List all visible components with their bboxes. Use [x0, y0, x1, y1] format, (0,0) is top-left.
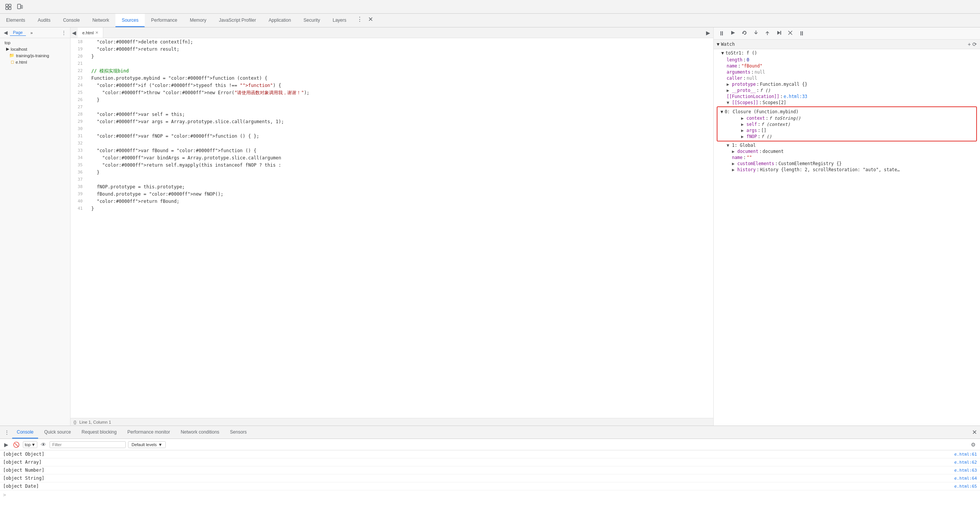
- pause-on-exception-btn[interactable]: ⏸: [797, 29, 807, 38]
- watch-add-btn[interactable]: +: [968, 41, 971, 47]
- device-toggle-btn[interactable]: [14, 2, 25, 12]
- bottom-tab-request-blocking[interactable]: Request blocking: [77, 426, 121, 439]
- prop-fn-location-key: [[FunctionLocation]]: [727, 94, 779, 99]
- tab-network[interactable]: Network: [86, 14, 115, 27]
- closure-title[interactable]: ▼ 0: Closure (Function.mybind): [717, 108, 976, 115]
- tab-layers[interactable]: Layers: [327, 14, 353, 27]
- editor-file-tab-ehtml[interactable]: e.html ✕: [78, 27, 103, 38]
- line-number: 31: [70, 132, 86, 140]
- watch-refresh-btn[interactable]: ⟳: [972, 41, 977, 47]
- global-title-text: 1: Global: [732, 143, 756, 148]
- console-context-select[interactable]: top ▼: [23, 441, 37, 448]
- bottom-tab-console[interactable]: Console: [12, 426, 38, 439]
- inspect-icon-btn[interactable]: [3, 2, 14, 12]
- tab-security[interactable]: Security: [298, 14, 327, 27]
- tab-application[interactable]: Application: [263, 14, 298, 27]
- table-row: 35 "color:#0000ff">return self.myapply(t…: [70, 161, 713, 169]
- global-document[interactable]: ▶ document: document: [714, 148, 980, 154]
- console-row-link[interactable]: e.html:61: [954, 452, 977, 457]
- console-input-row: >: [0, 490, 980, 499]
- closure-args[interactable]: ▶ args: []: [717, 127, 976, 133]
- table-row: 20 }: [70, 53, 713, 60]
- watch-expand-icon[interactable]: ▼: [717, 42, 719, 47]
- sidebar-tab-more[interactable]: »: [27, 30, 36, 36]
- console-run-btn[interactable]: ▶: [3, 440, 10, 449]
- right-panel: ⏸ ⏸ ▼ Watch: [713, 27, 980, 426]
- sidebar-item-training[interactable]: 📁 training/js-training: [0, 52, 70, 59]
- console-row-link[interactable]: e.html:63: [954, 468, 977, 473]
- prop-proto[interactable]: ▶ __proto__: f (): [714, 87, 980, 93]
- console-settings-btn[interactable]: ⚙: [970, 440, 977, 449]
- step-out-btn[interactable]: [762, 29, 772, 39]
- sidebar-tab-page[interactable]: Page: [10, 29, 26, 36]
- step-over-btn[interactable]: [740, 29, 749, 39]
- bottom-tab-network-conditions[interactable]: Network conditions: [176, 426, 224, 439]
- sidebar-item-localhost[interactable]: ▶ localhost: [0, 46, 70, 52]
- line-number: 21: [70, 60, 86, 67]
- bottom-menu-btn[interactable]: ⋮: [3, 428, 11, 437]
- console-levels-btn[interactable]: Default levels ▼: [128, 441, 166, 448]
- editor-run-btn[interactable]: ▶: [703, 29, 713, 37]
- code-line-text: "color:#0000ff">return fBound;: [86, 198, 713, 205]
- step-into-btn[interactable]: [751, 29, 761, 39]
- bottom-panel-close-btn[interactable]: ✕: [969, 427, 980, 437]
- prop-scopes[interactable]: ▼ [[Scopes]]: Scopes[2]: [714, 100, 980, 106]
- global-custom-elements[interactable]: ▶ customElements: CustomElementRegistry …: [714, 161, 980, 167]
- console-input[interactable]: [8, 492, 977, 498]
- tab-audits[interactable]: Audits: [32, 14, 57, 27]
- deactivate-breakpoints-btn[interactable]: [785, 29, 795, 39]
- console-row-link[interactable]: e.html:65: [954, 484, 977, 489]
- code-line-text: "color:#0000ff">var args = Array.prototy…: [86, 118, 713, 125]
- close-devtools-btn[interactable]: ✕: [365, 14, 376, 24]
- tab-performance[interactable]: Performance: [145, 14, 184, 27]
- code-editor[interactable]: 18 "color:#0000ff">delete context[fn];19…: [70, 38, 713, 418]
- console-filter-input[interactable]: [50, 441, 126, 448]
- svg-rect-5: [21, 5, 22, 8]
- prototype-expand-icon: ▶: [727, 82, 732, 87]
- closure-context[interactable]: ▶ context: f toString(): [717, 115, 976, 121]
- console-row-text: [object Array]: [3, 460, 954, 465]
- tab-sources[interactable]: Sources: [115, 14, 145, 27]
- tostr1-section[interactable]: ▼ toStr1: f (): [714, 49, 980, 57]
- bottom-tab-quicksource[interactable]: Quick source: [40, 426, 75, 439]
- tab-elements[interactable]: Elements: [0, 14, 32, 27]
- sidebar-item-ehtml[interactable]: ◻ e.html: [0, 59, 70, 65]
- svg-rect-1: [9, 4, 11, 6]
- console-row-link[interactable]: e.html:64: [954, 476, 977, 481]
- tab-memory[interactable]: Memory: [184, 14, 213, 27]
- bottom-tab-sensors[interactable]: Sensors: [226, 426, 251, 439]
- tab-js-profiler[interactable]: JavaScript Profiler: [213, 14, 263, 27]
- closure-context-expand: ▶: [741, 116, 746, 121]
- editor-sidebar-toggle[interactable]: ◀: [70, 29, 78, 37]
- sidebar-menu-btn[interactable]: ⋮: [61, 29, 67, 36]
- closure-self[interactable]: ▶ self: f (context): [717, 121, 976, 127]
- svg-rect-0: [6, 4, 8, 6]
- code-line-text: "color:#0000ff">return result;: [86, 45, 713, 53]
- resume-btn[interactable]: [728, 29, 738, 39]
- step-forward-btn[interactable]: [774, 29, 784, 39]
- global-history[interactable]: ▶ history: History {length: 2, scrollRes…: [714, 167, 980, 173]
- closure-fnop[interactable]: ▶ fNOP: f (): [717, 133, 976, 140]
- prop-caller-key: caller: [727, 76, 743, 81]
- global-section[interactable]: ▼ 1: Global: [714, 142, 980, 148]
- prop-prototype[interactable]: ▶ prototype: Function.mycall {}: [714, 81, 980, 87]
- code-line-text: }: [86, 169, 713, 176]
- more-tabs-btn[interactable]: ⋮: [354, 14, 365, 24]
- sidebar-back-btn[interactable]: ◀: [3, 29, 8, 36]
- console-row-link[interactable]: e.html:62: [954, 460, 977, 465]
- pause-btn[interactable]: ⏸: [717, 29, 727, 38]
- code-line-text: [86, 60, 713, 67]
- fn-location-link[interactable]: e.html:33: [783, 94, 807, 99]
- closure-fnop-val: f (): [761, 134, 772, 139]
- bottom-tab-perf-monitor[interactable]: Performance monitor: [123, 426, 175, 439]
- tab-console[interactable]: Console: [57, 14, 86, 27]
- prop-proto-key: __proto__: [732, 88, 756, 93]
- closure-self-val: f (context): [761, 122, 790, 127]
- console-eye-btn[interactable]: 👁: [40, 440, 47, 449]
- bottom-tabs: ⋮ Console Quick source Request blocking …: [0, 426, 980, 439]
- sidebar-item-top[interactable]: top: [0, 40, 70, 46]
- console-clear-btn[interactable]: 🚫: [12, 440, 21, 449]
- svg-rect-6: [780, 31, 781, 35]
- editor-tab-close[interactable]: ✕: [95, 31, 98, 35]
- table-row: 23 Function.prototype.mybind = "color:#0…: [70, 74, 713, 82]
